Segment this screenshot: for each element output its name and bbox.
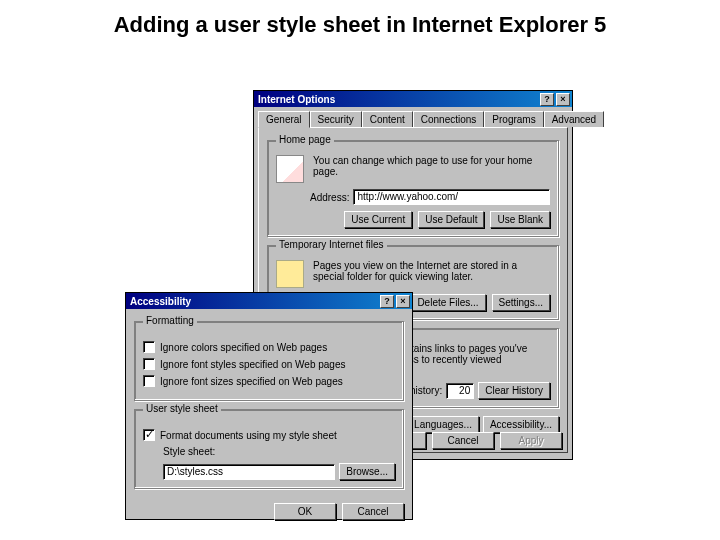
user-style-sheet-group: User style sheet Format documents using …	[134, 409, 404, 489]
formatting-legend: Formatting	[143, 315, 197, 326]
user-style-sheet-legend: User style sheet	[143, 403, 221, 414]
tab-advanced[interactable]: Advanced	[544, 111, 604, 127]
checkbox-icon	[143, 358, 155, 370]
address-label: Address:	[310, 192, 349, 203]
apply-button[interactable]: Apply	[500, 432, 562, 449]
help-button[interactable]: ?	[540, 93, 554, 106]
checkbox-icon	[143, 375, 155, 387]
settings-button[interactable]: Settings...	[492, 294, 550, 311]
browse-button[interactable]: Browse...	[339, 463, 395, 480]
temp-files-desc: Pages you view on the Internet are store…	[313, 260, 533, 282]
accessibility-window: Accessibility ? × Formatting Ignore colo…	[125, 292, 413, 520]
home-page-group: Home page You can change which page to u…	[267, 140, 559, 237]
ignore-font-sizes-label: Ignore font sizes specified on Web pages	[160, 376, 343, 387]
ignore-colors-label: Ignore colors specified on Web pages	[160, 342, 327, 353]
checkbox-checked-icon	[143, 429, 155, 441]
home-page-icon	[276, 155, 304, 183]
ok-button[interactable]: OK	[274, 503, 336, 520]
close-button[interactable]: ×	[396, 295, 410, 308]
ignore-font-styles-label: Ignore font styles specified on Web page…	[160, 359, 345, 370]
checkbox-icon	[143, 341, 155, 353]
formatting-group: Formatting Ignore colors specified on We…	[134, 321, 404, 401]
style-sheet-input[interactable]: D:\styles.css	[163, 464, 335, 480]
tabs: General Security Content Connections Pro…	[254, 107, 572, 127]
use-current-button[interactable]: Use Current	[344, 211, 412, 228]
format-documents-label: Format documents using my style sheet	[160, 430, 337, 441]
ignore-font-sizes-checkbox[interactable]: Ignore font sizes specified on Web pages	[143, 375, 395, 387]
internet-options-title: Internet Options	[258, 94, 335, 105]
home-page-legend: Home page	[276, 134, 334, 145]
tab-programs[interactable]: Programs	[484, 111, 543, 127]
close-button[interactable]: ×	[556, 93, 570, 106]
cancel-button[interactable]: Cancel	[432, 432, 494, 449]
ignore-colors-checkbox[interactable]: Ignore colors specified on Web pages	[143, 341, 395, 353]
format-documents-checkbox[interactable]: Format documents using my style sheet	[143, 429, 395, 441]
use-default-button[interactable]: Use Default	[418, 211, 484, 228]
help-button[interactable]: ?	[380, 295, 394, 308]
clear-history-button[interactable]: Clear History	[478, 382, 550, 399]
delete-files-button[interactable]: Delete Files...	[410, 294, 485, 311]
accessibility-title: Accessibility	[130, 296, 191, 307]
accessibility-buttons: OK Cancel	[126, 499, 412, 528]
slide-title: Adding a user style sheet in Internet Ex…	[100, 12, 620, 38]
ignore-font-styles-checkbox[interactable]: Ignore font styles specified on Web page…	[143, 358, 395, 370]
internet-options-titlebar: Internet Options ? ×	[254, 91, 572, 107]
temp-files-legend: Temporary Internet files	[276, 239, 387, 250]
tab-connections[interactable]: Connections	[413, 111, 485, 127]
tab-content[interactable]: Content	[362, 111, 413, 127]
tab-security[interactable]: Security	[310, 111, 362, 127]
accessibility-titlebar: Accessibility ? ×	[126, 293, 412, 309]
folder-icon	[276, 260, 304, 288]
days-input[interactable]: 20	[446, 383, 474, 399]
style-sheet-label: Style sheet:	[163, 446, 395, 457]
home-page-desc: You can change which page to use for you…	[313, 155, 533, 177]
tab-general[interactable]: General	[258, 111, 310, 128]
cancel-button[interactable]: Cancel	[342, 503, 404, 520]
address-input[interactable]: http://www.yahoo.com/	[353, 189, 550, 205]
use-blank-button[interactable]: Use Blank	[490, 211, 550, 228]
